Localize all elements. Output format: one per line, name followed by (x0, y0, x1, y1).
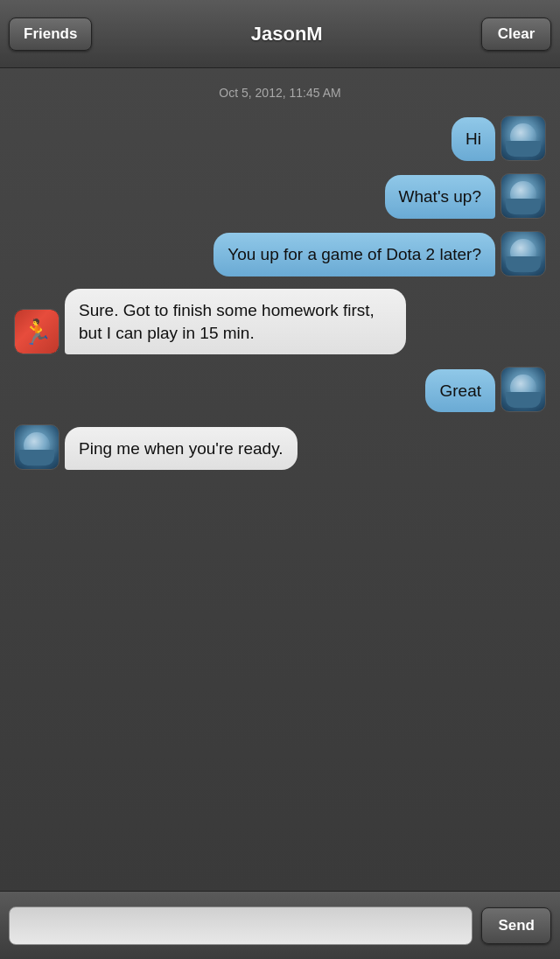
messages-area: Oct 5, 2012, 11:45 AM Hi What's up? You … (0, 68, 560, 891)
sent-avatar (500, 173, 546, 219)
message-bubble: Great (425, 369, 495, 413)
friends-label: Friends (24, 25, 77, 42)
avatar-inner (15, 310, 59, 354)
message-row: Hi (9, 116, 551, 161)
timestamp: Oct 5, 2012, 11:45 AM (9, 86, 551, 100)
message-bubble: Hi (452, 117, 495, 161)
message-bubble: You up for a game of Dota 2 later? (214, 233, 495, 276)
message-input[interactable] (9, 906, 472, 945)
input-bar: Send (0, 891, 560, 959)
clear-label: Clear (498, 25, 536, 42)
page-title: JasonM (251, 23, 323, 46)
message-row: Sure. Got to finish some homework first,… (9, 289, 551, 354)
sent-avatar (500, 116, 546, 161)
clear-button[interactable]: Clear (481, 18, 551, 51)
message-bubble: Ping me when you're ready. (65, 427, 298, 471)
send-button[interactable]: Send (481, 907, 551, 944)
header: Friends JasonM Clear (0, 0, 560, 68)
friends-button[interactable]: Friends (9, 18, 92, 51)
sent-avatar (500, 367, 546, 412)
message-row: You up for a game of Dota 2 later? (9, 231, 551, 276)
message-bubble: What's up? (385, 175, 495, 219)
sent-avatar (500, 231, 546, 276)
send-label: Send (498, 917, 535, 934)
message-row: Great (9, 367, 551, 412)
message-bubble: Sure. Got to finish some homework first,… (65, 289, 406, 354)
message-row: Ping me when you're ready. (9, 424, 551, 470)
message-row: What's up? (9, 173, 551, 219)
received-avatar (14, 309, 60, 354)
received-avatar-robot (14, 424, 60, 470)
